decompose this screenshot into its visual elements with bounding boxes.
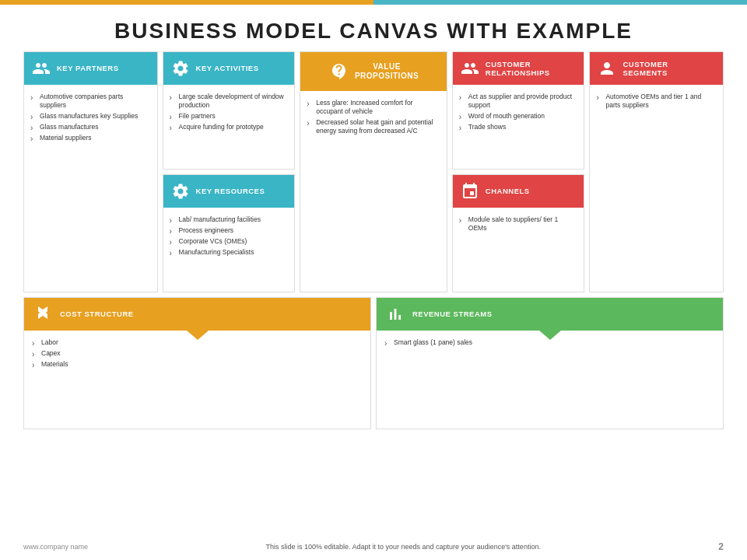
customer-relationships-body: Act as supplier and provide product supp…	[453, 85, 584, 169]
list-item: Act as supplier and provide product supp…	[459, 91, 578, 110]
value-propositions-header: VALUEPROPOSITIONS	[300, 52, 447, 91]
key-partners-list: Automotive companies parts suppliers Gla…	[30, 91, 151, 143]
list-item: Large scale development of window produc…	[170, 91, 289, 110]
list-item: Materials	[32, 359, 363, 369]
list-item: Automotive OEMs and tier 1 and parts sup…	[596, 91, 717, 110]
cost-structure-icon	[32, 303, 54, 325]
key-partners-label: KEY PARTNERS	[57, 64, 119, 72]
channels-list: Module sale to suppliers/ tier 1 OEMs	[459, 214, 578, 233]
channels-card: CHANNELS Module sale to suppliers/ tier …	[452, 174, 585, 292]
key-partners-card: KEY PARTNERS Automotive companies parts …	[23, 51, 158, 292]
list-item: Decreased solar heat gain and potential …	[307, 117, 440, 136]
channels-icon	[459, 180, 481, 202]
key-resources-header: KEY RESOURCES	[163, 175, 295, 208]
key-activities-body: Large scale development of window produc…	[163, 85, 295, 169]
footer: www.company name This slide is 100% edit…	[0, 541, 747, 552]
list-item: Word of mouth generation	[459, 110, 578, 121]
channels-body: Module sale to suppliers/ tier 1 OEMs	[453, 208, 584, 292]
channels-header: CHANNELS	[453, 175, 584, 208]
cost-structure-card: COST STRUCTURE Labor Capex Materials	[23, 297, 371, 429]
list-item: Capex	[32, 348, 363, 359]
list-item: Manufacturing Specialists	[170, 247, 289, 257]
key-activities-card: KEY ACTIVITIES Large scale development o…	[163, 51, 296, 170]
revenue-streams-header: REVENUE STREAMS	[377, 298, 723, 331]
customer-segments-header: CUSTOMERSEGMENTS	[590, 52, 723, 85]
key-resources-body: Lab/ manufacturing facilities Process en…	[163, 208, 295, 292]
page-title: BUSINESS MODEL CANVAS WITH EXAMPLE	[0, 19, 747, 44]
bottom-section: COST STRUCTURE Labor Capex Materials REV…	[23, 297, 724, 429]
value-propositions-card: VALUEPROPOSITIONS Less glare: Increased …	[300, 51, 447, 292]
customer-relationships-card: CUSTOMERRELATIONSHIPS Act as supplier an…	[452, 51, 585, 170]
customer-relationships-icon	[459, 58, 481, 79]
revenue-streams-label: REVENUE STREAMS	[412, 310, 493, 318]
customer-relationships-list: Act as supplier and provide product supp…	[459, 91, 578, 132]
customer-segments-body: Automotive OEMs and tier 1 and parts sup…	[590, 85, 723, 292]
customer-relationships-header: CUSTOMERRELATIONSHIPS	[453, 52, 584, 85]
value-propositions-label: VALUEPROPOSITIONS	[355, 62, 419, 81]
col-cr-ch: CUSTOMERRELATIONSHIPS Act as supplier an…	[452, 51, 585, 292]
cost-structure-list: Labor Capex Materials	[32, 337, 363, 369]
revenue-streams-card: REVENUE STREAMS Smart glass (1 pane) sal…	[376, 297, 724, 429]
key-activities-icon	[170, 58, 191, 79]
cost-structure-body: Labor Capex Materials	[24, 331, 370, 429]
cost-structure-label: COST STRUCTURE	[60, 310, 134, 318]
channels-label: CHANNELS	[486, 187, 530, 195]
value-propositions-body: Less glare: Increased comfort for occupa…	[300, 91, 447, 292]
key-activities-list: Large scale development of window produc…	[170, 91, 289, 132]
list-item: File partners	[170, 110, 289, 121]
revenue-streams-body: Smart glass (1 pane) sales	[377, 331, 723, 429]
list-item: Material suppliers	[30, 132, 151, 143]
footer-page-number: 2	[718, 541, 724, 552]
key-activities-label: KEY ACTIVITIES	[196, 64, 259, 72]
key-resources-list: Lab/ manufacturing facilities Process en…	[170, 214, 289, 257]
cost-structure-header: COST STRUCTURE	[24, 298, 370, 331]
value-propositions-list: Less glare: Increased comfort for occupa…	[307, 97, 440, 136]
list-item: Acquire funding for prototype	[170, 121, 289, 132]
key-partners-header: KEY PARTNERS	[24, 52, 157, 85]
list-item: Lab/ manufacturing facilities	[170, 214, 289, 225]
customer-segments-card: CUSTOMERSEGMENTS Automotive OEMs and tie…	[589, 51, 724, 292]
list-item: Glass manufactures key Supplies	[30, 110, 151, 121]
list-item: Trade shows	[459, 121, 578, 132]
footer-website: www.company name	[23, 543, 88, 551]
value-propositions-icon	[328, 61, 350, 82]
key-activities-header: KEY ACTIVITIES	[163, 52, 295, 85]
list-item: Module sale to suppliers/ tier 1 OEMs	[459, 214, 578, 233]
customer-segments-label: CUSTOMERSEGMENTS	[622, 60, 668, 78]
revenue-streams-icon	[384, 303, 406, 325]
key-resources-label: KEY RESOURCES	[196, 187, 265, 195]
canvas-container: KEY PARTNERS Automotive companies parts …	[0, 51, 747, 429]
list-item: Automotive companies parts suppliers	[30, 91, 151, 110]
key-resources-icon	[170, 180, 191, 202]
col-activities: KEY ACTIVITIES Large scale development o…	[163, 51, 296, 292]
top-section: KEY PARTNERS Automotive companies parts …	[23, 51, 724, 292]
footer-tagline: This slide is 100% editable. Adapt it to…	[103, 543, 703, 551]
key-resources-card: KEY RESOURCES Lab/ manufacturing facilit…	[163, 174, 296, 292]
list-item: Process engineers	[170, 225, 289, 236]
key-partners-body: Automotive companies parts suppliers Gla…	[24, 85, 157, 292]
list-item: Less glare: Increased comfort for occupa…	[307, 97, 440, 117]
list-item: Glass manufactures	[30, 121, 151, 132]
customer-segments-list: Automotive OEMs and tier 1 and parts sup…	[596, 91, 717, 110]
key-partners-icon	[30, 58, 52, 79]
list-item: Corporate VCs (OMEs)	[170, 236, 289, 247]
title-area: BUSINESS MODEL CANVAS WITH EXAMPLE	[0, 5, 747, 51]
customer-segments-icon	[596, 58, 618, 79]
customer-relationships-label: CUSTOMERRELATIONSHIPS	[486, 60, 550, 78]
